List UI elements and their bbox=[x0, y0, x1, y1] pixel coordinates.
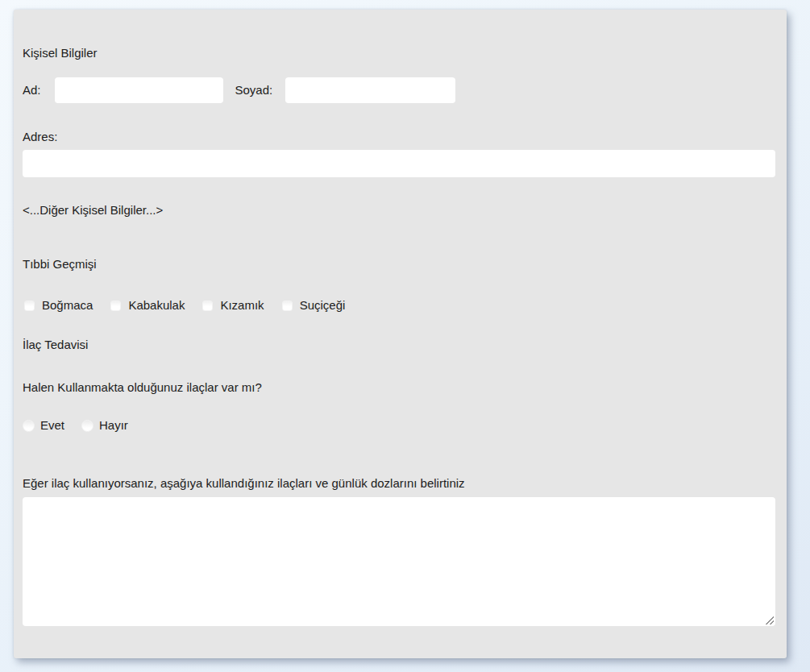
evet-radio[interactable] bbox=[23, 420, 35, 432]
first-name-input[interactable] bbox=[55, 77, 223, 103]
other-personal-info-placeholder-text: <...Diğer Kişisel Bilgiler...> bbox=[23, 202, 163, 218]
first-name-label: Ad: bbox=[23, 82, 41, 98]
personal-info-section-title: Kişisel Bilgiler bbox=[23, 45, 98, 61]
medication-details-label: Eğer ilaç kullanıyorsanız, aşağıya kulla… bbox=[23, 475, 465, 492]
radio-group-hayir[interactable]: Hayır bbox=[81, 417, 128, 433]
radio-group-evet[interactable]: Evet bbox=[23, 417, 64, 433]
kizamik-checkbox[interactable] bbox=[202, 301, 213, 311]
bogmaca-checkbox[interactable] bbox=[24, 301, 35, 311]
bogmaca-label: Boğmaca bbox=[42, 297, 93, 313]
last-name-label: Soyad: bbox=[235, 82, 273, 98]
medical-history-checkbox-row: Boğmaca Kabakulak Kızamık Suçiçeği bbox=[24, 297, 363, 313]
form-panel: Kişisel Bilgiler Ad: Soyad: Adres: <...D… bbox=[14, 10, 787, 658]
checkbox-group-bogmaca[interactable]: Boğmaca bbox=[24, 297, 93, 313]
address-input[interactable] bbox=[23, 150, 775, 177]
hayir-label: Hayır bbox=[99, 417, 128, 433]
medication-radio-row: Evet Hayır bbox=[23, 417, 145, 433]
sucicegi-label: Suçiçeği bbox=[300, 297, 346, 313]
address-label: Adres: bbox=[23, 129, 57, 145]
kabakulak-label: Kabakulak bbox=[128, 297, 185, 313]
name-row: Ad: Soyad: bbox=[23, 77, 455, 103]
hayir-radio[interactable] bbox=[81, 420, 93, 432]
kizamik-label: Kızamık bbox=[220, 297, 264, 313]
last-name-input[interactable] bbox=[285, 77, 455, 103]
checkbox-group-kizamik[interactable]: Kızamık bbox=[202, 297, 264, 313]
checkbox-group-kabakulak[interactable]: Kabakulak bbox=[110, 297, 185, 313]
medication-details-textarea[interactable] bbox=[23, 497, 775, 626]
current-medication-question: Halen Kullanmakta olduğunuz ilaçlar var … bbox=[23, 380, 262, 396]
checkbox-group-sucicegi[interactable]: Suçiçeği bbox=[282, 297, 346, 313]
evet-label: Evet bbox=[40, 417, 64, 433]
medication-section-title: İlaç Tedavisi bbox=[23, 337, 88, 353]
medication-details-field-wrapper bbox=[23, 497, 775, 626]
kabakulak-checkbox[interactable] bbox=[110, 301, 121, 311]
medical-history-section-title: Tıbbi Geçmişi bbox=[23, 256, 97, 272]
sucicegi-checkbox[interactable] bbox=[282, 301, 293, 311]
